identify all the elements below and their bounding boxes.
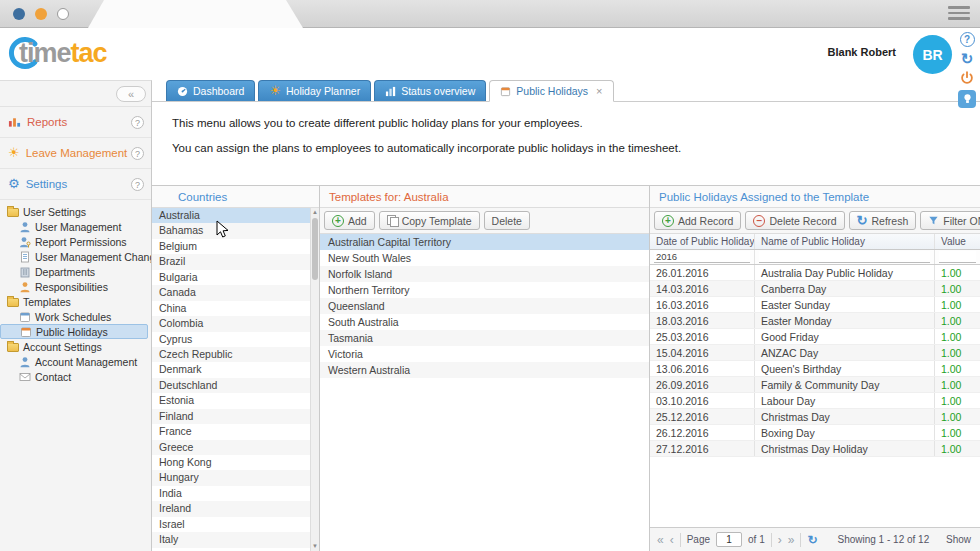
template-item[interactable]: Norfolk Island — [320, 266, 649, 282]
add-template-button[interactable]: + Add — [324, 211, 375, 230]
country-item[interactable]: Colombia — [152, 316, 310, 331]
pager-refresh-icon[interactable]: ↻ — [807, 534, 817, 546]
window-control-orange[interactable] — [35, 8, 47, 20]
tree-departments[interactable]: Departments — [0, 264, 151, 279]
country-item[interactable]: Czech Republic — [152, 347, 310, 362]
tree-report-permissions[interactable]: Report Permissions — [0, 234, 151, 249]
refresh-button[interactable]: ↻ Refresh — [849, 211, 917, 230]
holiday-row[interactable]: 15.04.2016 ANZAC Day 1.00 — [650, 345, 980, 361]
scrollbar-thumb[interactable] — [312, 218, 318, 280]
countries-scrollbar[interactable]: ▲ ▼ — [310, 208, 319, 551]
country-item[interactable]: Israel — [152, 517, 310, 532]
country-item[interactable]: Brazil — [152, 254, 310, 269]
leave-help-icon[interactable]: ? — [131, 147, 144, 160]
template-item[interactable]: Australian Capital Territory — [320, 234, 649, 250]
holiday-row[interactable]: 26.12.2016 Boxing Day 1.00 — [650, 425, 980, 441]
value-filter-input[interactable] — [939, 251, 976, 263]
country-item[interactable]: Hong Kong — [152, 455, 310, 470]
country-item[interactable]: Canada — [152, 285, 310, 300]
sidebar-item-settings[interactable]: ⚙ Settings ? — [0, 169, 151, 200]
tree-public-holidays[interactable]: Public Holidays — [0, 324, 148, 339]
prev-page-icon[interactable]: ‹ — [670, 534, 674, 546]
reports-help-icon[interactable]: ? — [131, 116, 144, 129]
page-number-input[interactable] — [716, 532, 742, 547]
sidebar-item-reports[interactable]: Reports ? — [0, 107, 151, 138]
add-record-button[interactable]: + Add Record — [654, 211, 741, 230]
scroll-down-icon[interactable]: ▼ — [311, 542, 319, 551]
tree-work-schedules[interactable]: Work Schedules — [0, 309, 151, 324]
holiday-row[interactable]: 13.06.2016 Queen's Birthday 1.00 — [650, 361, 980, 377]
user-avatar[interactable]: BR — [913, 35, 952, 74]
country-item[interactable]: Ireland — [152, 501, 310, 516]
name-filter-input[interactable] — [759, 251, 930, 263]
country-item[interactable]: Finland — [152, 409, 310, 424]
tree-account-settings[interactable]: Account Settings — [0, 339, 151, 354]
template-item[interactable]: Tasmania — [320, 330, 649, 346]
holiday-row[interactable]: 25.03.2016 Good Friday 1.00 — [650, 329, 980, 345]
holiday-row[interactable]: 18.03.2016 Easter Monday 1.00 — [650, 313, 980, 329]
tab-holiday-planner[interactable]: ☀ Holiday Planner — [258, 80, 371, 101]
column-header-name[interactable]: Name of Public Holiday — [755, 234, 935, 249]
tree-contact[interactable]: Contact — [0, 369, 151, 384]
holiday-row[interactable]: 25.12.2016 Christmas Day 1.00 — [650, 409, 980, 425]
window-control-blue[interactable] — [13, 8, 25, 20]
holiday-row[interactable]: 26.09.2016 Family & Community Day 1.00 — [650, 377, 980, 393]
country-item[interactable]: Bulgaria — [152, 270, 310, 285]
tree-user-management[interactable]: User Management — [0, 219, 151, 234]
refresh-icon[interactable]: ↻ — [961, 52, 974, 66]
tab-close-icon[interactable]: × — [596, 85, 602, 97]
help-icon[interactable]: ? — [960, 32, 975, 47]
country-item[interactable]: Australia — [152, 208, 310, 223]
tree-templates[interactable]: Templates — [0, 294, 151, 309]
template-item[interactable]: Victoria — [320, 346, 649, 362]
lightbulb-icon[interactable] — [958, 90, 976, 108]
filter-on-button[interactable]: Filter ON — [920, 211, 980, 230]
copy-template-button[interactable]: Copy Template — [379, 211, 480, 230]
holiday-row[interactable]: 14.03.2016 Canberra Day 1.00 — [650, 281, 980, 297]
next-page-icon[interactable]: › — [778, 534, 782, 546]
tab-status-overview[interactable]: Status overview — [374, 80, 486, 101]
template-item[interactable]: Western Australia — [320, 362, 649, 378]
holiday-row[interactable]: 16.03.2016 Easter Sunday 1.00 — [650, 297, 980, 313]
country-item[interactable]: Italy — [152, 532, 310, 547]
template-item[interactable]: South Australia — [320, 314, 649, 330]
template-item[interactable]: New South Wales — [320, 250, 649, 266]
date-filter-input[interactable]: 2016 — [654, 251, 750, 263]
tree-responsibilities[interactable]: Responsibilities — [0, 279, 151, 294]
country-item[interactable]: Belgium — [152, 239, 310, 254]
tab-public-holidays[interactable]: Public Holidays × — [489, 80, 613, 102]
country-item[interactable]: China — [152, 301, 310, 316]
country-item[interactable]: Denmark — [152, 362, 310, 377]
scroll-up-icon[interactable]: ▲ — [311, 208, 319, 217]
country-item[interactable]: Greece — [152, 440, 310, 455]
window-control-white[interactable] — [57, 8, 69, 20]
country-item[interactable]: Cyprus — [152, 332, 310, 347]
template-item[interactable]: Northern Territory — [320, 282, 649, 298]
last-page-icon[interactable]: » — [788, 534, 795, 546]
country-item[interactable]: Hungary — [152, 470, 310, 485]
sidebar-collapse-button[interactable]: « — [116, 86, 146, 102]
delete-record-button[interactable]: − Delete Record — [745, 211, 844, 230]
settings-help-icon[interactable]: ? — [131, 178, 144, 191]
tree-account-management[interactable]: Account Management — [0, 354, 151, 369]
country-item[interactable]: Bahamas — [152, 223, 310, 238]
country-item[interactable]: India — [152, 486, 310, 501]
column-header-value[interactable]: Value — [935, 234, 980, 249]
template-item[interactable]: Queensland — [320, 298, 649, 314]
country-item[interactable]: Estonia — [152, 393, 310, 408]
delete-template-button[interactable]: Delete — [484, 211, 530, 230]
browser-menu-icon[interactable] — [948, 6, 970, 23]
tab-dashboard[interactable]: Dashboard — [166, 80, 255, 101]
column-header-date[interactable]: Date of Public Holiday — [650, 234, 755, 249]
power-icon[interactable] — [960, 71, 974, 85]
tree-user-settings[interactable]: User Settings — [0, 204, 151, 219]
country-item[interactable]: Deutschland — [152, 378, 310, 393]
sidebar-item-leave-management[interactable]: ☀ Leave Management ? — [0, 138, 151, 169]
holiday-row[interactable]: 26.01.2016 Australia Day Public Holiday … — [650, 265, 980, 281]
show-per-page-label[interactable]: Show — [946, 534, 973, 545]
holiday-row[interactable]: 27.12.2016 Christmas Day Holiday 1.00 — [650, 441, 980, 457]
first-page-icon[interactable]: « — [657, 534, 664, 546]
tree-user-management-changelog[interactable]: User Management Changelog — [0, 249, 151, 264]
holiday-row[interactable]: 03.10.2016 Labour Day 1.00 — [650, 393, 980, 409]
country-item[interactable]: France — [152, 424, 310, 439]
